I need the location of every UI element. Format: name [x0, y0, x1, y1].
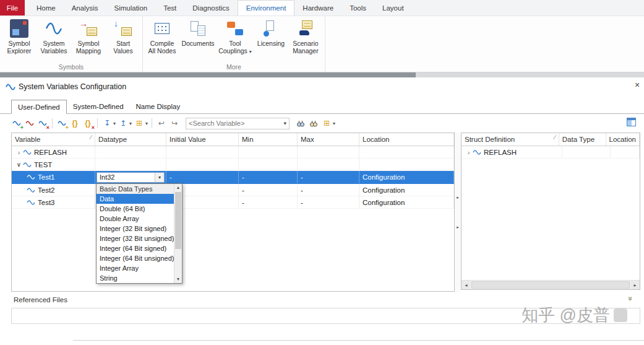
- location-cell[interactable]: Configuration: [359, 184, 454, 196]
- struct-row-reflash[interactable]: › REFLASH: [462, 146, 640, 159]
- compile-all-nodes-button[interactable]: Compile All Nodes: [146, 19, 178, 55]
- table-row-test3[interactable]: Test3 - - Configuration: [12, 196, 454, 209]
- search-caret-icon[interactable]: ▾: [284, 120, 287, 126]
- close-icon[interactable]: ×: [632, 80, 642, 90]
- table-row-test[interactable]: ∨ TEST: [12, 159, 454, 171]
- column-header-struct-definition[interactable]: Struct Definition ∕: [462, 133, 559, 146]
- horizontal-scrollbar[interactable]: ◂ ▸: [462, 280, 640, 289]
- table-row-reflash[interactable]: › REFLASH: [12, 146, 454, 159]
- tab-system-defined[interactable]: System-Defined: [67, 100, 130, 113]
- find-icon[interactable]: [295, 118, 306, 129]
- tab-name-display[interactable]: Name Display: [130, 100, 187, 113]
- import-variables-icon[interactable]: ↧: [101, 118, 113, 129]
- templates-menu-caret-icon[interactable]: ▾: [145, 121, 148, 126]
- dropdown-item-int32-unsigned[interactable]: Integer (32 Bit unsigned): [97, 234, 182, 243]
- find-next-icon[interactable]: [308, 118, 319, 129]
- pane-splitter[interactable]: ▸ ▸: [455, 133, 461, 292]
- export-list-caret-icon[interactable]: ▾: [333, 121, 335, 126]
- import-menu-caret-icon[interactable]: ▾: [113, 121, 116, 126]
- dropdown-item-int64-signed[interactable]: Integer (64 Bit signed): [97, 243, 182, 253]
- tab-hardware[interactable]: Hardware: [294, 0, 341, 15]
- column-header-variable[interactable]: Variable ∕: [12, 133, 95, 146]
- file-tab[interactable]: File: [0, 0, 25, 15]
- expand-chevron-icon[interactable]: ›: [15, 149, 23, 156]
- min-cell[interactable]: -: [239, 184, 298, 196]
- tab-diagnostics[interactable]: Diagnostics: [184, 0, 237, 15]
- column-header-datatype[interactable]: Datatype: [95, 133, 166, 146]
- define-struct-icon[interactable]: {}: [69, 118, 80, 129]
- initial-value-cell[interactable]: -: [166, 171, 239, 183]
- min-cell[interactable]: -: [239, 171, 298, 183]
- dropdown-item-data[interactable]: Data: [97, 194, 182, 204]
- combo-caret-icon[interactable]: ▾: [155, 173, 164, 182]
- min-cell[interactable]: -: [239, 196, 298, 208]
- modify-variable-icon[interactable]: [24, 118, 35, 129]
- tab-environment[interactable]: Environment: [238, 0, 295, 15]
- tab-analysis[interactable]: Analysis: [64, 0, 106, 15]
- collapse-section-icon[interactable]: »: [626, 297, 635, 301]
- export-variables-icon[interactable]: ↥: [118, 118, 129, 129]
- tab-simulation[interactable]: Simulation: [106, 0, 156, 15]
- dropdown-item-int32-signed[interactable]: Integer (32 Bit signed): [97, 224, 182, 234]
- dropdown-item-integer-array[interactable]: Integer Array: [97, 263, 182, 273]
- column-header-min[interactable]: Min: [239, 133, 298, 146]
- tab-test[interactable]: Test: [155, 0, 184, 15]
- expand-chevron-icon[interactable]: ›: [465, 149, 473, 156]
- documents-button[interactable]: Documents: [181, 19, 215, 48]
- column-chooser-icon[interactable]: [627, 118, 636, 126]
- symbol-explorer-icon: [10, 19, 28, 38]
- max-cell[interactable]: -: [298, 171, 359, 183]
- tool-couplings-button[interactable]: Tool Couplings ▾: [218, 19, 252, 56]
- location-cell[interactable]: Configuration: [359, 171, 454, 183]
- max-cell[interactable]: -: [298, 184, 359, 196]
- templates-icon[interactable]: ⊞: [134, 118, 145, 129]
- dropdown-item-double-array[interactable]: Double Array: [97, 214, 182, 224]
- redo-hook-icon[interactable]: ↪: [169, 118, 180, 129]
- collapse-chevron-icon[interactable]: ∨: [15, 161, 23, 168]
- table-row-test2[interactable]: Test2 - - Configuration: [12, 184, 454, 196]
- scenario-manager-button[interactable]: Scenario Manager: [290, 19, 322, 55]
- add-struct-icon[interactable]: +: [56, 118, 67, 129]
- licensing-button[interactable]: Licensing: [255, 19, 287, 48]
- splitter-arrow-icon[interactable]: ▸: [457, 195, 459, 200]
- datatype-combo[interactable]: Int32 ▾: [97, 172, 165, 183]
- variables-toolbar: + × + {} {} × ↧ ▾ ↥ ▾ ⊞: [11, 116, 335, 131]
- column-header-location[interactable]: Location: [606, 133, 640, 146]
- symbol-mapping-button[interactable]: → Symbol Mapping: [72, 19, 105, 55]
- column-header-location[interactable]: Location: [359, 133, 454, 146]
- scroll-up-icon[interactable]: ▲: [174, 184, 182, 191]
- tab-layout[interactable]: Layout: [374, 0, 412, 15]
- scroll-right-icon[interactable]: ▸: [630, 281, 640, 289]
- column-header-max[interactable]: Max: [298, 133, 359, 146]
- tab-user-defined[interactable]: User-Defined: [11, 100, 67, 114]
- dropdown-item-int64-unsigned[interactable]: Integer (64 Bit unsigned): [97, 253, 182, 263]
- search-variable-combo[interactable]: <Search Variable> ▾: [186, 118, 290, 129]
- new-variable-icon[interactable]: +: [11, 118, 22, 129]
- dropdown-item-double-64[interactable]: Double (64 Bit): [97, 204, 182, 214]
- column-header-initial-value[interactable]: Initial Value: [166, 133, 239, 146]
- column-header-data-type[interactable]: Data Type: [559, 133, 606, 146]
- remove-struct-icon[interactable]: {} ×: [82, 118, 93, 129]
- tab-tools[interactable]: Tools: [341, 0, 374, 15]
- location-cell[interactable]: Configuration: [359, 196, 454, 208]
- symbol-explorer-button[interactable]: Symbol Explorer: [3, 19, 35, 55]
- dropdown-item-string[interactable]: String: [97, 273, 182, 283]
- undo-hook-icon[interactable]: ↩: [156, 118, 167, 129]
- table-row-test1-selected[interactable]: Test1 Int32 ▾ - - - Configuration: [12, 171, 454, 184]
- scroll-down-icon[interactable]: ▼: [174, 276, 182, 283]
- scrollbar-thumb[interactable]: [471, 281, 630, 289]
- horizontal-splitter[interactable]: [0, 72, 644, 77]
- dropdown-scrollbar[interactable]: ▲ ▼: [174, 184, 182, 283]
- system-variables-button[interactable]: System Variables: [38, 19, 70, 55]
- scroll-left-icon[interactable]: ◂: [462, 281, 471, 289]
- splitter-arrow-icon[interactable]: ▸: [457, 225, 459, 230]
- group-label-symbols: Symbols: [2, 63, 140, 72]
- start-values-button[interactable]: ↓ Start Values: [107, 19, 139, 55]
- tab-home[interactable]: Home: [28, 0, 64, 15]
- scrollbar-thumb[interactable]: [175, 192, 181, 249]
- ribbon-group-more: Compile All Nodes Documents Tool Couplin…: [143, 16, 325, 72]
- max-cell[interactable]: -: [298, 196, 359, 208]
- export-menu-caret-icon[interactable]: ▾: [129, 121, 132, 126]
- delete-variable-icon[interactable]: ×: [37, 118, 48, 129]
- export-list-icon[interactable]: ⊞: [321, 118, 332, 129]
